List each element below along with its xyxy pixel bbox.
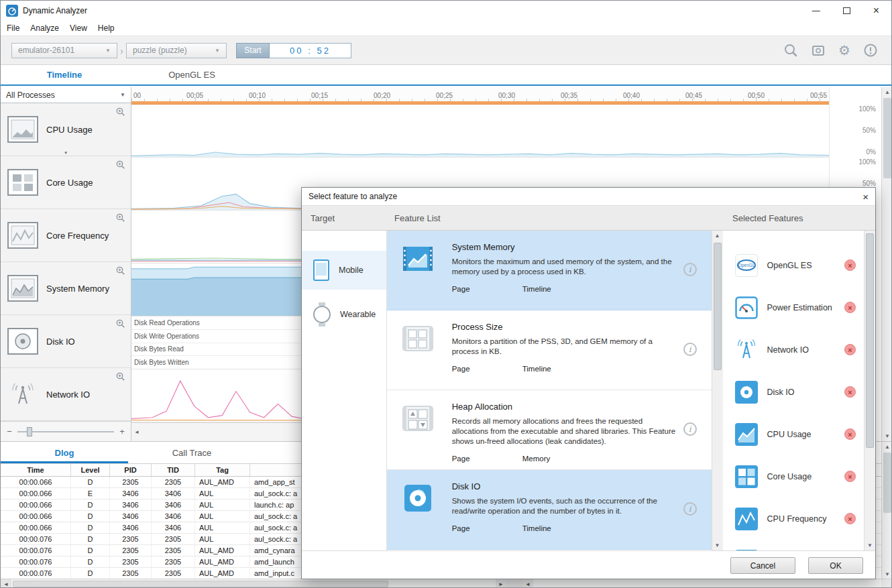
feature-tag-page: Page	[452, 365, 522, 373]
zoom-icon[interactable]	[116, 372, 125, 381]
remove-feature-icon[interactable]: ×	[844, 302, 856, 313]
ruler-tick-label: 00	[133, 92, 141, 99]
zoom-slider[interactable]	[17, 431, 114, 432]
zoom-out-button[interactable]: −	[5, 426, 13, 436]
scroll-up-icon[interactable]: ▲	[882, 444, 892, 450]
sidebar-panel-core-usage[interactable]: Core Usage	[1, 156, 131, 209]
feature-item-process-size[interactable]: Process Size Monitors a partition of the…	[387, 310, 712, 390]
screenshot-icon[interactable]	[811, 43, 826, 58]
tab-timeline[interactable]: Timeline	[1, 70, 128, 80]
alert-info-icon[interactable]	[863, 43, 878, 58]
dialog-close-icon[interactable]: ×	[862, 191, 869, 202]
process-filter-dropdown[interactable]: All Processes ▼	[1, 87, 131, 103]
scroll-down-icon[interactable]: ▼	[882, 433, 892, 439]
target-item-wearable[interactable]: Wearable	[302, 295, 386, 334]
feature-list-scrollbar[interactable]: ▲ ▼	[712, 231, 723, 550]
remove-feature-icon[interactable]: ×	[844, 428, 856, 440]
tab-dlog[interactable]: Dlog	[1, 448, 128, 458]
cell-pid: 2305	[110, 545, 152, 556]
disk-io-panel-icon	[7, 328, 38, 355]
info-icon[interactable]: i	[683, 502, 697, 516]
scroll-up-icon[interactable]: ▲	[712, 233, 723, 239]
maximize-button[interactable]	[843, 7, 850, 14]
feature-tag-page: Page	[452, 455, 522, 463]
tab-call-trace[interactable]: Call Trace	[128, 448, 256, 458]
menu-item[interactable]: Analyze	[30, 23, 59, 33]
scroll-down-icon[interactable]: ▼	[712, 542, 723, 548]
sidebar-panel-cpu-usage[interactable]: CPU Usage ▼	[1, 103, 131, 156]
zoom-icon[interactable]	[116, 266, 125, 276]
minimize-button[interactable]: —	[812, 6, 820, 15]
remove-feature-icon[interactable]: ×	[844, 513, 856, 524]
cancel-button[interactable]: Cancel	[730, 557, 795, 574]
zoom-icon[interactable]	[116, 319, 125, 329]
zoom-icon[interactable]	[116, 160, 125, 170]
scroll-up-icon[interactable]: ▲	[882, 89, 892, 95]
selected-feature-power-estimation[interactable]: Power Estimation ×	[723, 286, 865, 329]
selected-feature-partial[interactable]: ×	[723, 540, 865, 550]
selected-feature-core-usage[interactable]: Core Usage ×	[723, 455, 865, 497]
scrollbar-thumb[interactable]	[13, 581, 388, 587]
remove-feature-icon[interactable]: ×	[844, 386, 856, 398]
horizontal-scrollbar[interactable]: ◄ ► ◄	[1, 579, 892, 588]
device-selector[interactable]: emulator-26101 ▼	[11, 43, 117, 58]
settings-gear-icon[interactable]: ⚙	[838, 44, 850, 57]
close-button[interactable]: ×	[873, 5, 879, 17]
selected-feature-cpu-frequency[interactable]: CPU Frequency ×	[723, 497, 865, 540]
sidebar-panel-disk-io[interactable]: Disk IO	[1, 315, 131, 368]
ok-button[interactable]: OK	[808, 557, 863, 574]
target-item-mobile[interactable]: Mobile	[302, 251, 386, 290]
start-button[interactable]: Start	[236, 43, 270, 58]
scrollbar-track[interactable]	[11, 579, 496, 588]
timeline-ruler[interactable]: 0000;0500;1000;1500;2000;2500;3000;3500;…	[131, 87, 829, 101]
app-selector[interactable]: puzzle (puzzle) ▼	[126, 43, 227, 58]
zoom-icon[interactable]	[116, 107, 125, 117]
menu-item[interactable]: File	[7, 23, 19, 33]
selected-feature-opengl-es[interactable]: OpenGL OpenGL ES ×	[723, 244, 865, 286]
selected-feature-label: Disk IO	[767, 388, 836, 397]
selected-features-scrollbar[interactable]: ▼	[864, 231, 875, 550]
scroll-left-icon[interactable]: ◄	[1, 579, 11, 588]
scrollbar-thumb[interactable]	[866, 233, 874, 448]
cell-time: 00:00.066	[1, 522, 71, 533]
scroll-left-icon[interactable]: ◄	[131, 429, 142, 435]
sidebar-panel-system-memory[interactable]: System Memory	[1, 262, 131, 315]
remove-feature-icon[interactable]: ×	[844, 471, 856, 482]
zoom-in-button[interactable]: +	[118, 426, 126, 436]
menu-item[interactable]: View	[70, 23, 87, 33]
selected-feature-disk-io[interactable]: Disk IO ×	[723, 371, 865, 413]
scroll-right-icon[interactable]: ►	[496, 579, 506, 588]
remove-feature-icon[interactable]: ×	[844, 344, 856, 355]
scroll-down-icon[interactable]: ▼	[882, 571, 892, 577]
sidebar-panel-core-frequency[interactable]: Core Frequency	[1, 209, 131, 262]
menu-item[interactable]: Help	[98, 23, 115, 33]
remove-feature-icon[interactable]: ×	[844, 259, 856, 271]
info-icon[interactable]: i	[683, 263, 697, 276]
sidebar-panel-network-io[interactable]: Network IO	[1, 368, 131, 421]
scroll-left-icon[interactable]: ◄	[522, 579, 533, 588]
scrollbar-thumb[interactable]	[883, 98, 891, 178]
scroll-down-icon[interactable]: ▼	[865, 542, 875, 548]
panel-expander-icon[interactable]: ▼	[64, 151, 68, 156]
info-icon[interactable]: i	[683, 422, 697, 436]
search-icon[interactable]	[783, 43, 798, 58]
feature-item-system-memory[interactable]: System Memory Monitors the maximum and u…	[387, 231, 712, 310]
scrollbar-thumb[interactable]	[714, 243, 722, 370]
main-vertical-scrollbar[interactable]: ▲ ▼	[881, 87, 892, 441]
tab-opengl-es[interactable]: OpenGL ES	[128, 70, 256, 80]
cpu-usage-panel-icon	[7, 116, 38, 143]
power-estimation-icon	[735, 296, 758, 319]
zoom-slider-thumb[interactable]	[27, 427, 32, 436]
bottom-vertical-scrollbar[interactable]: ▲ ▼	[881, 442, 892, 579]
scrollbar-track[interactable]	[533, 579, 881, 588]
feature-item-heap-allocation[interactable]: Heap Allocation Records all memory alloc…	[387, 390, 712, 470]
cell-pid: 3406	[110, 488, 152, 499]
info-icon[interactable]: i	[683, 343, 697, 356]
selected-feature-cpu-usage[interactable]: CPU Usage ×	[723, 413, 865, 455]
feature-item-disk-io[interactable]: Disk IO Shows the system I/O events, suc…	[387, 470, 712, 550]
scrollbar-thumb[interactable]	[883, 453, 891, 513]
pane-splitter[interactable]	[506, 579, 522, 588]
selected-feature-network-io[interactable]: Network IO ×	[723, 329, 865, 371]
zoom-icon[interactable]	[116, 213, 125, 223]
column-target: Target	[302, 213, 387, 223]
